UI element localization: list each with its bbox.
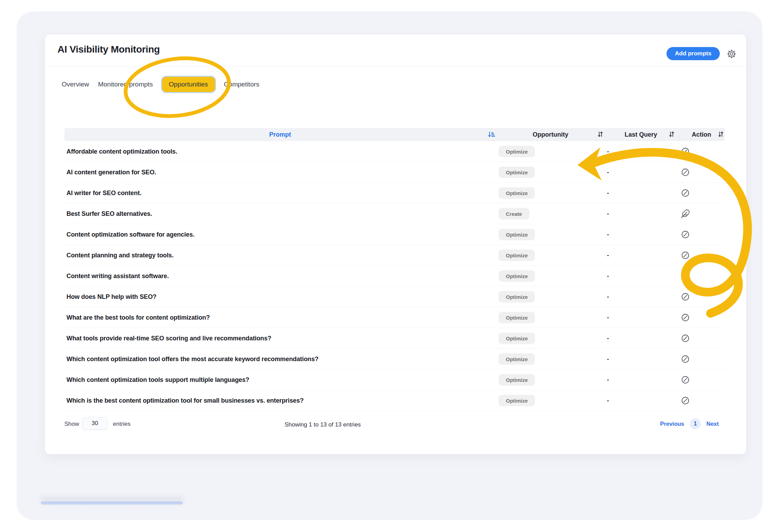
table-body: Affordable content optimization tools. O… — [64, 141, 725, 411]
table-row: Which is the best content optimization t… — [64, 390, 725, 411]
opportunity-button[interactable]: Optimize — [499, 312, 535, 323]
opportunity-button[interactable]: Optimize — [499, 270, 535, 282]
action-cell — [679, 354, 691, 364]
tab-overview[interactable]: Overview — [62, 81, 89, 88]
last-query-value: - — [603, 334, 613, 342]
gauge-icon[interactable] — [681, 188, 690, 198]
last-query-value: - — [603, 314, 613, 321]
prompt-text: Content writing assistant software. — [66, 272, 169, 279]
table-row: What are the best tools for content opti… — [64, 307, 725, 328]
sort-arrows-icon[interactable] — [597, 130, 605, 139]
page-number-button[interactable]: 1 — [690, 418, 701, 429]
table-row: Content optimization software for agenci… — [64, 224, 725, 245]
prompt-text: Content optimization software for agenci… — [66, 231, 195, 238]
gauge-icon[interactable] — [681, 313, 690, 322]
table-row: How does NLP help with SEO? Optimize - — [64, 286, 725, 307]
gauge-icon[interactable] — [681, 147, 690, 156]
gauge-icon[interactable] — [681, 354, 690, 364]
sort-arrows-icon[interactable] — [717, 130, 725, 139]
tab-bar: Overview Monitored prompts Opportunities… — [62, 76, 259, 93]
opportunity-button[interactable]: Optimize — [499, 374, 535, 385]
tab-competitors[interactable]: Competitors — [224, 81, 259, 88]
action-cell — [679, 271, 691, 281]
table-row: AI writer for SEO content. Optimize - — [64, 183, 725, 203]
page: AI Visibility Monitoring Add prompts Ove… — [0, 0, 779, 532]
table-row: Content writing assistant software. Opti… — [64, 266, 725, 286]
action-cell — [679, 230, 691, 239]
entries-label: entries — [113, 421, 131, 428]
column-header-opportunity[interactable]: Opportunity — [523, 131, 578, 138]
column-header-action[interactable]: Action — [681, 131, 722, 138]
action-cell — [679, 147, 691, 156]
gauge-icon[interactable] — [681, 230, 690, 239]
prompt-text: AI writer for SEO content. — [66, 189, 141, 196]
last-query-value: - — [603, 210, 613, 217]
gauge-icon[interactable] — [681, 396, 690, 405]
sort-arrows-icon[interactable] — [668, 130, 676, 139]
last-query-value: - — [603, 397, 613, 404]
dashboard-card: AI Visibility Monitoring Add prompts Ove… — [45, 35, 746, 454]
opportunity-button[interactable]: Optimize — [499, 395, 535, 406]
prompt-text: Best Surfer SEO alternatives. — [66, 210, 152, 217]
prompt-text: AI content generation for SEO. — [66, 168, 156, 176]
table-row: Which content optimization tools support… — [64, 369, 725, 390]
table-footer: Show 30 entries Showing 1 to 13 of 13 en… — [64, 417, 725, 436]
table-row: Content planning and strategy tools. Opt… — [64, 245, 725, 266]
sort-amount-icon[interactable] — [487, 130, 496, 139]
opportunity-button[interactable]: Optimize — [499, 146, 535, 157]
tab-monitored-prompts[interactable]: Monitored prompts — [98, 81, 153, 88]
gauge-icon[interactable] — [681, 271, 690, 281]
card-header: AI Visibility Monitoring Add prompts — [45, 35, 746, 66]
action-cell — [679, 292, 691, 301]
gauge-icon[interactable] — [681, 292, 690, 301]
opportunity-button[interactable]: Optimize — [499, 332, 535, 344]
gauge-icon[interactable] — [681, 333, 690, 343]
table-row: Best Surfer SEO alternatives. Create - — [64, 203, 725, 224]
table-row: Affordable content optimization tools. O… — [64, 141, 725, 162]
tab-opportunities[interactable]: Opportunities — [162, 77, 215, 92]
action-cell — [679, 396, 691, 405]
last-query-value: - — [603, 251, 613, 259]
opportunity-button[interactable]: Create — [499, 208, 529, 219]
add-prompts-button[interactable]: Add prompts — [666, 47, 720, 60]
gauge-icon[interactable] — [681, 375, 690, 384]
gear-icon[interactable] — [726, 48, 737, 59]
last-query-value: - — [603, 189, 613, 196]
table-header-row: Prompt Opportunity Last — [64, 128, 725, 141]
opportunity-button[interactable]: Optimize — [499, 249, 535, 261]
prompt-text: What tools provide real-time SEO scoring… — [66, 334, 271, 342]
gauge-icon[interactable] — [681, 167, 690, 177]
last-query-value: - — [603, 376, 613, 383]
action-cell — [679, 375, 691, 384]
action-cell — [679, 188, 691, 198]
table-row: AI content generation for SEO. Optimize … — [64, 162, 725, 183]
opportunity-button[interactable]: Optimize — [499, 187, 535, 199]
table-row: What tools provide real-time SEO scoring… — [64, 328, 725, 349]
action-cell — [679, 313, 691, 322]
action-cell — [679, 209, 691, 218]
previous-button[interactable]: Previous — [660, 421, 684, 427]
opportunity-button[interactable]: Optimize — [499, 229, 535, 240]
gauge-icon[interactable] — [681, 250, 690, 260]
entries-per-page-select[interactable]: 30 — [82, 417, 108, 430]
feather-icon[interactable] — [681, 209, 690, 218]
column-header-last-query[interactable]: Last Query — [613, 131, 669, 138]
last-query-value: - — [603, 168, 613, 176]
page-title: AI Visibility Monitoring — [57, 44, 160, 55]
prompts-table: Prompt Opportunity Last — [64, 128, 725, 411]
last-query-value: - — [603, 148, 613, 155]
prompt-text: Which content optimization tool offers t… — [66, 355, 319, 363]
app-window: AI Visibility Monitoring Add prompts Ove… — [17, 11, 762, 520]
last-query-value: - — [603, 293, 613, 300]
show-label: Show — [64, 421, 79, 428]
opportunity-button[interactable]: Optimize — [499, 291, 535, 302]
next-button[interactable]: Next — [706, 421, 719, 427]
opportunity-button[interactable]: Optimize — [499, 166, 535, 178]
prompt-text: Affordable content optimization tools. — [66, 148, 177, 155]
opportunity-button[interactable]: Optimize — [499, 353, 535, 365]
prompt-text: What are the best tools for content opti… — [66, 314, 210, 321]
prompt-text: Content planning and strategy tools. — [66, 251, 173, 259]
table-row: Which content optimization tool offers t… — [64, 349, 725, 369]
last-query-value: - — [603, 272, 613, 279]
column-header-prompt[interactable]: Prompt — [256, 131, 304, 138]
